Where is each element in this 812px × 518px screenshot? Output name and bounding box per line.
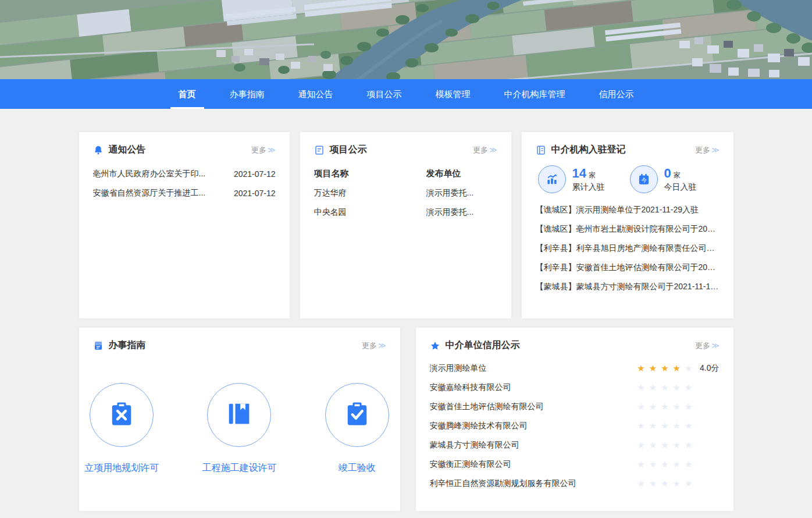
star-icon: ★ <box>661 383 668 392</box>
star-icon: ★ <box>637 460 644 469</box>
today-registered-value: 0 <box>664 166 671 181</box>
agency-registration-item[interactable]: 【利辛县】安徽首佳土地评估测绘有限公司于2021... <box>536 258 720 277</box>
star-icon: ★ <box>685 364 692 372</box>
star-icon: ★ <box>685 383 692 392</box>
clipboard-check-icon <box>342 399 372 431</box>
star-icon: ★ <box>649 441 657 449</box>
notice-card-title: 通知公告 <box>109 144 146 156</box>
agency-registration-item[interactable]: 【谯城区】演示用测绘单位于2021-11-29入驻 <box>536 200 720 219</box>
calendar-today-icon: 今 <box>630 165 658 193</box>
service-construction-permit[interactable]: 工程施工建设许可 <box>197 383 282 474</box>
star-rating: ★★★★★ <box>637 402 692 411</box>
double-chevron-icon: ≫ <box>378 341 386 350</box>
notice-date: 2021-07-12 <box>234 189 276 198</box>
tab-credit-publicity[interactable]: 信用公示 <box>587 79 646 109</box>
total-registered-value: 14 <box>572 166 586 181</box>
page-content: 通知公告 更多≫ 亳州市人民政府办公室关于印... 2021-07-12 安徽省… <box>79 109 733 511</box>
credit-more-link[interactable]: 更多≫ <box>695 340 720 351</box>
project-row[interactable]: 万达华府 演示用委托... <box>314 183 497 203</box>
credit-card-title: 中介单位信用公示 <box>446 339 520 352</box>
agency-registration-list: 【谯城区】演示用测绘单位于2021-11-29入驻 【谯城区】亳州市岩土勘测设计… <box>522 193 733 296</box>
star-rating: ★★★★★ <box>637 460 692 469</box>
star-icon: ★ <box>649 383 657 392</box>
agency-stats: 14家 累计入驻 今 0家 今日入驻 <box>522 156 733 193</box>
star-icon: ★ <box>673 402 681 411</box>
project-row[interactable]: 中央名园 演示用委托... <box>314 203 497 222</box>
notice-item[interactable]: 亳州市人民政府办公室关于印... 2021-07-12 <box>93 164 276 183</box>
credit-score: 4.0分 <box>693 363 720 374</box>
double-chevron-icon: ≫ <box>711 146 720 154</box>
notice-more-link[interactable]: 更多≫ <box>251 145 276 155</box>
credit-row[interactable]: 安徽腾峰测绘技术有限公司 ★★★★★ <box>430 416 720 435</box>
guide-card-title: 办事指南 <box>109 339 146 352</box>
star-icon: ★ <box>637 364 644 372</box>
star-icon: ★ <box>637 421 644 430</box>
credit-list: 演示用测绘单位 ★★★★★ 4.0分 安徽嘉绘科技有限公司 ★★★★★ 安徽首佳… <box>416 352 733 493</box>
guide-card: 办事指南 更多≫ 立项用地规划许可 <box>79 328 400 511</box>
agency-more-link[interactable]: 更多≫ <box>695 145 720 155</box>
projects-more-link[interactable]: 更多≫ <box>473 145 497 155</box>
credit-row[interactable]: 安徽首佳土地评估测绘有限公司 ★★★★★ <box>430 397 720 416</box>
agency-registration-item[interactable]: 【谯城区】亳州市岩土勘测设计院有限公司于2021... <box>536 219 720 239</box>
notice-item[interactable]: 安徽省自然资源厅关于推进工... 2021-07-12 <box>93 183 276 203</box>
star-icon: ★ <box>673 383 681 392</box>
star-rating: ★★★★★ <box>637 383 692 392</box>
star-rating: ★★★★★ <box>637 479 692 488</box>
star-icon: ★ <box>685 479 692 488</box>
credit-row[interactable]: 蒙城县方寸测绘有限公司 ★★★★★ <box>430 435 720 455</box>
hero-banner-image <box>0 0 812 79</box>
star-icon: ★ <box>637 441 644 449</box>
notice-list: 亳州市人民政府办公室关于印... 2021-07-12 安徽省自然资源厅关于推进… <box>79 156 290 203</box>
star-icon: ★ <box>661 441 668 449</box>
book-bookmark-icon <box>224 399 254 431</box>
star-icon <box>430 340 440 351</box>
tab-home[interactable]: 首页 <box>167 79 208 109</box>
agency-registration-card: 中介机构入驻登记 更多≫ 14家 累计入驻 今 <box>522 132 733 318</box>
star-icon: ★ <box>685 421 692 430</box>
aerial-farmland-illustration <box>0 0 812 79</box>
credit-row[interactable]: 演示用测绘单位 ★★★★★ 4.0分 <box>430 359 720 378</box>
guide-services: 立项用地规划许可 工程施工建设许可 <box>79 383 400 474</box>
document-list-icon <box>314 145 325 155</box>
notice-date: 2021-07-12 <box>234 169 276 179</box>
service-completion-acceptance[interactable]: 竣工验收 <box>314 383 400 474</box>
star-icon: ★ <box>637 383 644 392</box>
star-icon: ★ <box>661 479 668 488</box>
clipboard-x-icon <box>106 399 137 431</box>
agency-registration-item[interactable]: 【蒙城县】蒙城县方寸测绘有限公司于2021-11-15... <box>536 277 720 296</box>
star-icon: ★ <box>673 421 681 430</box>
double-chevron-icon: ≫ <box>711 341 720 350</box>
star-icon: ★ <box>649 460 657 469</box>
star-rating: ★★★★★ <box>637 441 692 449</box>
tab-template-management[interactable]: 模板管理 <box>424 79 482 109</box>
guide-more-link[interactable]: 更多≫ <box>362 340 386 351</box>
tab-service-guide[interactable]: 办事指南 <box>218 79 276 109</box>
projects-card-title: 项目公示 <box>330 144 367 156</box>
double-chevron-icon: ≫ <box>268 146 276 154</box>
star-icon: ★ <box>685 402 692 411</box>
agency-registration-item[interactable]: 【利辛县】利辛县旭日房地产测绘有限责任公司于... <box>536 239 720 258</box>
star-icon: ★ <box>661 421 668 430</box>
star-icon: ★ <box>649 364 657 372</box>
tab-project-publicity[interactable]: 项目公示 <box>355 79 414 109</box>
service-project-land-permit[interactable]: 立项用地规划许可 <box>79 383 165 474</box>
credit-row[interactable]: 安徽衡正测绘有限公司 ★★★★★ <box>430 455 720 474</box>
bell-icon <box>93 145 104 155</box>
tab-notices[interactable]: 通知公告 <box>287 79 345 109</box>
tab-agency-library[interactable]: 中介机构库管理 <box>493 79 577 109</box>
star-icon: ★ <box>637 402 644 411</box>
projects-table-header: 项目名称 发布单位 <box>314 164 497 183</box>
star-icon: ★ <box>649 402 657 411</box>
star-icon: ★ <box>685 460 692 469</box>
credit-card: 中介单位信用公示 更多≫ 演示用测绘单位 ★★★★★ 4.0分 安徽嘉绘科技有限… <box>416 328 733 511</box>
credit-row[interactable]: 利辛恒正自然资源勘测规划服务有限公司 ★★★★★ <box>430 474 720 493</box>
star-icon: ★ <box>673 479 681 488</box>
credit-row[interactable]: 安徽嘉绘科技有限公司 ★★★★★ <box>430 378 720 397</box>
star-icon: ★ <box>649 421 657 430</box>
star-icon: ★ <box>637 479 644 488</box>
stat-today-registered: 今 0家 今日入驻 <box>630 165 722 193</box>
guide-doc-icon <box>93 340 104 351</box>
star-icon: ★ <box>649 479 657 488</box>
projects-card: 项目公示 更多≫ 项目名称 发布单位 万达华府 演示用委托... 中央名园 演示… <box>300 132 511 318</box>
star-rating: ★★★★★ <box>637 421 692 430</box>
